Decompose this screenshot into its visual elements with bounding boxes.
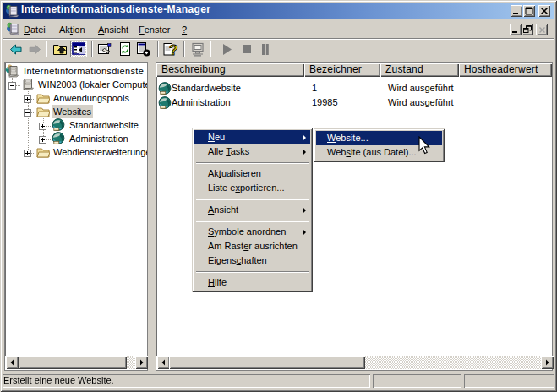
svg-text:?: ?	[169, 42, 177, 57]
